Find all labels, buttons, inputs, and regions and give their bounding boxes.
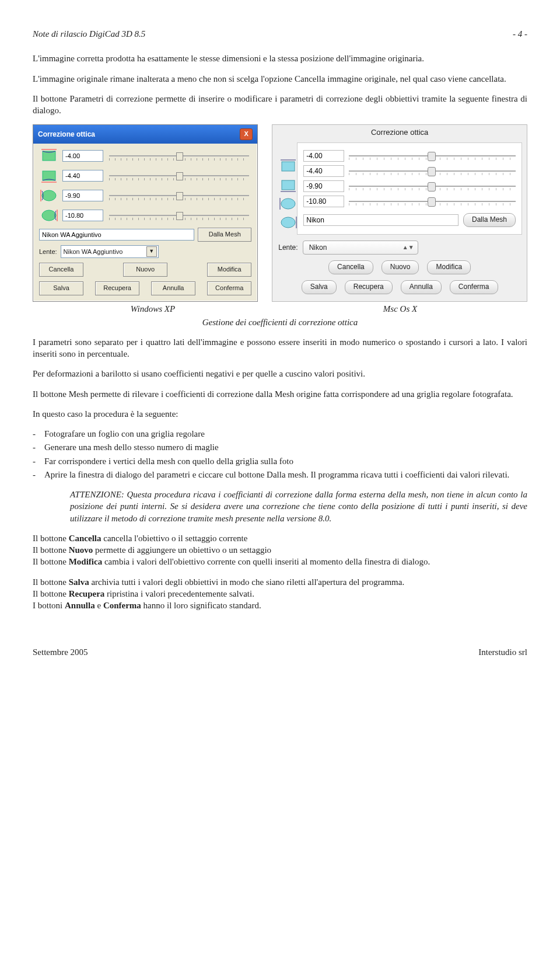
coeff-right-input[interactable]: [62, 210, 103, 221]
caption-row: Windows XP Msc Os X: [33, 303, 527, 315]
screenshots-row: Correzione ottica X: [33, 124, 527, 302]
lente-label: Lente:: [278, 243, 298, 252]
paragraph-salva: Il bottone Salva archivia tutti i valori…: [33, 576, 527, 612]
coeff-top-slider[interactable]: [107, 150, 251, 162]
xp-title: Correzione ottica: [38, 130, 95, 139]
salva-button[interactable]: Salva: [302, 280, 337, 294]
distortion-right-icon: [278, 215, 298, 230]
bold-modifica: Modifica: [69, 557, 103, 566]
cancella-button[interactable]: Cancella: [328, 260, 373, 274]
coeff-right-slider[interactable]: [107, 210, 251, 221]
lens-combo[interactable]: Nikon ▲▼: [303, 241, 418, 255]
attention-note: ATTENZIONE: Questa procedura ricava i co…: [70, 489, 527, 524]
page-footer: Settembre 2005 Interstudio srl: [33, 646, 527, 658]
footer-right: Interstudio srl: [478, 646, 527, 658]
lens-combo-value: Nikon: [309, 243, 327, 252]
distortion-bottom-icon: [39, 168, 59, 183]
list-item: Aprire la finestra di dialogo del parame…: [44, 469, 527, 480]
bold-nuovo: Nuovo: [69, 545, 93, 555]
distortion-bottom-icon: [278, 177, 298, 193]
distortion-top-icon: [39, 148, 59, 163]
coeff-left-input[interactable]: [303, 180, 344, 192]
recupera-button[interactable]: Recupera: [95, 281, 139, 295]
coeff-bottom-slider[interactable]: [349, 166, 516, 176]
coeff-left-slider[interactable]: [349, 181, 516, 191]
list-item: Fotografare un foglio con una griglia re…: [44, 428, 527, 440]
from-mesh-button[interactable]: Dalla Mesh: [198, 228, 251, 242]
bold-annulla: Annulla: [65, 601, 95, 610]
header-page: - 4 -: [513, 28, 527, 40]
paragraph-4: I parametri sono separato per i quattro …: [33, 336, 527, 360]
list-item: Generare una mesh dello stesso numero di…: [44, 441, 527, 453]
dialog-xp: Correzione ottica X: [33, 124, 258, 302]
mac-title: Correzione ottica: [272, 125, 527, 142]
xp-body: Dalla Mesh Lente: Nikon WA Aggiuntivo ▼ …: [33, 144, 257, 301]
distortion-left-icon: [39, 188, 59, 203]
lens-name-input[interactable]: [39, 229, 194, 241]
coeff-left-input[interactable]: [62, 190, 103, 201]
conferma-button[interactable]: Conferma: [450, 280, 498, 294]
coeff-right-slider[interactable]: [349, 196, 516, 207]
cancella-button[interactable]: Cancella: [39, 263, 83, 277]
coeff-top-input[interactable]: [62, 150, 103, 162]
mac-shape-icons: [278, 159, 298, 230]
recupera-button[interactable]: Recupera: [345, 280, 393, 294]
coeff-bottom-input[interactable]: [303, 165, 344, 177]
procedure-list: Fotografare un foglio con una griglia re…: [33, 428, 527, 480]
footer-left: Settembre 2005: [33, 646, 88, 658]
svg-point-3: [42, 210, 56, 221]
lens-combo-value: Nikon WA Aggiuntivo: [64, 248, 123, 256]
paragraph-6: Il bottone Mesh permette di rilevare i c…: [33, 388, 527, 400]
caption-xp: Windows XP: [33, 303, 273, 315]
header-title: Note di rilascio DigiCad 3D 8.5: [33, 28, 145, 40]
from-mesh-button[interactable]: Dalla Mesh: [463, 213, 516, 227]
caption-sub: Gestione dei coefficienti di correzione …: [33, 316, 527, 328]
modifica-button[interactable]: Modifica: [427, 260, 471, 274]
distortion-right-icon: [39, 208, 59, 223]
svg-point-7: [281, 217, 295, 228]
bold-cancella: Cancella: [69, 534, 102, 543]
coeff-bottom-slider[interactable]: [107, 170, 251, 182]
paragraph-7: In questo caso la procedura è la seguent…: [33, 408, 527, 420]
salva-button[interactable]: Salva: [39, 281, 83, 295]
lens-name-input[interactable]: [303, 214, 459, 226]
close-icon[interactable]: X: [240, 128, 253, 140]
xp-titlebar: Correzione ottica X: [33, 125, 257, 144]
lente-label: Lente:: [39, 248, 57, 256]
svg-point-2: [42, 190, 56, 201]
bold-salva: Salva: [69, 577, 89, 587]
paragraph-1: L'immagine corretta prodotta ha esattame…: [33, 53, 527, 64]
distortion-top-icon: [278, 159, 298, 174]
coeff-top-input[interactable]: [303, 150, 344, 162]
paragraph-5: Per deformazioni a barilotto si usano co…: [33, 368, 527, 379]
svg-rect-5: [282, 180, 295, 190]
coeff-top-slider[interactable]: [349, 151, 516, 161]
caption-mac: Msc Os X: [273, 303, 527, 315]
dialog-mac: Correzione ottica: [272, 124, 527, 302]
paragraph-3: Il bottone Parametri di correzione perme…: [33, 93, 527, 117]
modifica-button[interactable]: Modifica: [207, 263, 251, 277]
coeff-bottom-input[interactable]: [62, 170, 103, 182]
annulla-button[interactable]: Annulla: [401, 280, 442, 294]
svg-point-6: [281, 198, 295, 209]
paragraph-2: L'immagine originale rimane inalterata a…: [33, 73, 527, 85]
coeff-right-input[interactable]: [303, 196, 344, 207]
conferma-button[interactable]: Conferma: [207, 281, 251, 295]
svg-rect-4: [282, 162, 295, 171]
distortion-left-icon: [278, 196, 298, 211]
nuovo-button[interactable]: Nuovo: [382, 260, 419, 274]
nuovo-button[interactable]: Nuovo: [123, 263, 167, 277]
paragraph-cancella: Il bottone Cancella cancella l'obiettivo…: [33, 532, 527, 568]
chevron-down-icon: ▼: [146, 246, 157, 257]
bold-conferma: Conferma: [103, 601, 141, 610]
list-item: Far corrispondere i vertici della mesh c…: [44, 455, 527, 467]
lens-combo[interactable]: Nikon WA Aggiuntivo ▼: [61, 245, 159, 258]
bold-recupera: Recupera: [69, 589, 105, 598]
page-header: Note di rilascio DigiCad 3D 8.5 - 4 -: [33, 28, 527, 40]
annulla-button[interactable]: Annulla: [151, 281, 195, 295]
coeff-left-slider[interactable]: [107, 190, 251, 201]
updown-icon: ▲▼: [402, 243, 414, 252]
mac-values-panel: Dalla Mesh: [297, 142, 522, 235]
